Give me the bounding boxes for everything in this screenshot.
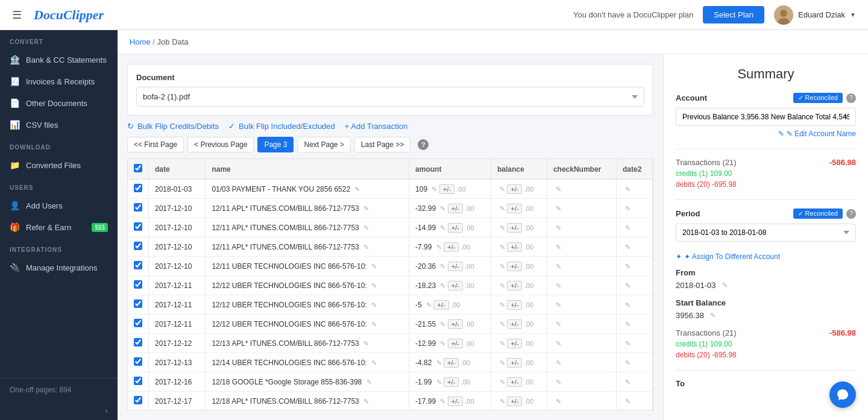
amount-pm-button[interactable]: +/- [444, 377, 459, 387]
amount-pm-button[interactable]: +/- [448, 223, 463, 233]
name-edit-icon[interactable]: ✎ [366, 378, 372, 386]
name-edit-icon[interactable]: ✎ [371, 282, 377, 289]
sidebar-item-refer-earn[interactable]: 🎁 Refer & Earn $$$ [0, 216, 118, 238]
name-edit-icon[interactable]: ✎ [363, 398, 369, 405]
balance-cell-edit-icon[interactable]: ✎ [500, 398, 505, 405]
date2-edit-icon[interactable]: ✎ [625, 243, 631, 251]
balance-cell-edit-icon[interactable]: ✎ [500, 263, 505, 270]
period-select[interactable]: 2018-01-03 to 2018-01-08 [676, 224, 856, 242]
row-checkbox-6[interactable] [134, 299, 142, 308]
date2-edit-icon[interactable]: ✎ [625, 398, 631, 405]
row-checkbox-cell[interactable] [128, 276, 149, 295]
check-edit-icon[interactable]: ✎ [556, 321, 561, 328]
balance-cell-edit-icon[interactable]: ✎ [500, 243, 505, 251]
row-checkbox-cell[interactable] [128, 353, 149, 372]
amount-edit-icon[interactable]: ✎ [436, 243, 442, 251]
amount-edit-icon[interactable]: ✎ [440, 205, 445, 212]
row-checkbox-3[interactable] [134, 242, 142, 250]
current-page-button[interactable]: Page 3 [257, 137, 294, 152]
name-edit-icon[interactable]: ✎ [371, 359, 377, 366]
row-checkbox-cell[interactable] [128, 334, 149, 353]
balance-cell-edit-icon[interactable]: ✎ [500, 186, 505, 193]
balance-pm-button[interactable]: +/- [507, 184, 522, 194]
date2-edit-icon[interactable]: ✎ [625, 186, 631, 193]
amount-edit-icon[interactable]: ✎ [432, 186, 437, 193]
row-checkbox-11[interactable] [134, 396, 142, 404]
from-edit-icon[interactable]: ✎ [722, 281, 728, 289]
row-checkbox-cell[interactable] [128, 237, 149, 257]
bulk-flip-credits-button[interactable]: ↻ Bulk Flip Credits/Debits [127, 122, 219, 131]
check-edit-icon[interactable]: ✎ [556, 205, 561, 212]
check-edit-icon[interactable]: ✎ [556, 224, 561, 231]
collapse-sidebar-button[interactable]: ‹ [0, 401, 118, 420]
amount-edit-icon[interactable]: ✎ [440, 282, 445, 289]
check-edit-icon[interactable]: ✎ [556, 378, 561, 386]
check-edit-icon[interactable]: ✎ [556, 301, 561, 309]
date2-edit-icon[interactable]: ✎ [625, 205, 631, 212]
account-help-icon[interactable]: ? [846, 93, 856, 103]
add-transaction-button[interactable]: + Add Transaction [345, 122, 407, 131]
name-edit-icon[interactable]: ✎ [363, 243, 369, 251]
balance-edit-icon[interactable]: ✎ [710, 312, 715, 319]
balance-pm-button[interactable]: +/- [507, 262, 522, 271]
name-edit-icon[interactable]: ✎ [371, 321, 377, 328]
row-checkbox-5[interactable] [134, 280, 142, 289]
row-checkbox-cell[interactable] [128, 218, 149, 237]
amount-edit-icon[interactable]: ✎ [440, 263, 445, 270]
row-checkbox-cell[interactable] [128, 295, 149, 315]
balance-pm-button[interactable]: +/- [507, 242, 522, 252]
balance-pm-button[interactable]: +/- [507, 377, 522, 387]
row-checkbox-4[interactable] [134, 261, 142, 269]
user-info[interactable]: Eduard Dziak ▼ [774, 5, 856, 25]
last-page-button[interactable]: Last Page >> [354, 137, 410, 152]
balance-pm-button[interactable]: +/- [507, 300, 522, 310]
date2-edit-icon[interactable]: ✎ [625, 263, 631, 270]
check-edit-icon[interactable]: ✎ [556, 263, 561, 270]
prev-page-button[interactable]: < Previous Page [187, 137, 254, 152]
amount-edit-icon[interactable]: ✎ [440, 398, 445, 405]
edit-account-name-link[interactable]: ✎ ✎ Edit Account Name [676, 130, 856, 138]
amount-pm-button[interactable]: +/- [448, 204, 463, 213]
period-help-icon[interactable]: ? [846, 209, 856, 219]
sidebar-item-csv[interactable]: 📊 CSV files [0, 114, 118, 136]
check-edit-icon[interactable]: ✎ [556, 359, 561, 366]
row-checkbox-2[interactable] [134, 222, 142, 231]
balance-pm-button[interactable]: +/- [507, 319, 522, 329]
name-edit-icon[interactable]: ✎ [363, 205, 369, 212]
sidebar-item-bank-cc[interactable]: 🏦 Bank & CC Statements [0, 49, 118, 71]
balance-cell-edit-icon[interactable]: ✎ [500, 340, 505, 347]
document-select[interactable]: bofa-2 (1).pdf [136, 87, 644, 107]
check-edit-icon[interactable]: ✎ [556, 243, 561, 251]
row-checkbox-cell[interactable] [128, 180, 149, 199]
check-edit-icon[interactable]: ✎ [556, 340, 561, 347]
amount-edit-icon[interactable]: ✎ [426, 301, 432, 309]
amount-pm-button[interactable]: +/- [433, 300, 448, 310]
row-checkbox-cell[interactable] [128, 372, 149, 392]
amount-edit-icon[interactable]: ✎ [440, 340, 445, 347]
sidebar-item-invoices[interactable]: 🧾 Invoices & Receipts [0, 71, 118, 92]
amount-edit-icon[interactable]: ✎ [436, 378, 442, 386]
check-edit-icon[interactable]: ✎ [556, 398, 561, 405]
amount-pm-button[interactable]: +/- [444, 242, 459, 252]
sidebar-item-integrations[interactable]: 🔌 Manage Integrations [0, 257, 118, 278]
balance-pm-button[interactable]: +/- [507, 358, 522, 368]
next-page-button[interactable]: Next Page > [297, 137, 350, 152]
balance-pm-button[interactable]: +/- [507, 339, 522, 348]
amount-pm-button[interactable]: +/- [448, 281, 463, 290]
bulk-flip-included-button[interactable]: ✓ Bulk Flip Included/Excluded [228, 122, 335, 131]
name-edit-icon[interactable]: ✎ [363, 224, 369, 231]
row-checkbox-7[interactable] [134, 319, 142, 327]
breadcrumb-home[interactable]: Home [130, 37, 151, 46]
row-checkbox-cell[interactable] [128, 257, 149, 276]
hamburger-icon[interactable]: ☰ [12, 8, 22, 22]
sidebar-item-other-docs[interactable]: 📄 Other Documents [0, 92, 118, 114]
balance-pm-button[interactable]: +/- [507, 396, 522, 406]
sidebar-item-converted[interactable]: 📁 Converted Files [0, 154, 118, 176]
balance-pm-button[interactable]: +/- [507, 204, 522, 213]
amount-pm-button[interactable]: +/- [448, 396, 463, 406]
amount-edit-icon[interactable]: ✎ [436, 359, 442, 366]
balance-cell-edit-icon[interactable]: ✎ [500, 282, 505, 289]
balance-cell-edit-icon[interactable]: ✎ [500, 224, 505, 231]
row-checkbox-9[interactable] [134, 357, 142, 366]
amount-pm-button[interactable]: +/- [439, 184, 454, 194]
